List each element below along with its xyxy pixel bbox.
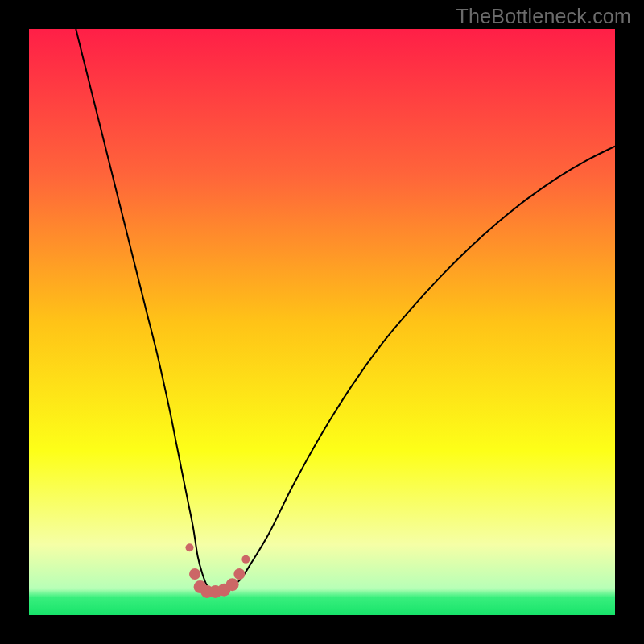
chart-background — [29, 29, 615, 615]
chart-svg — [29, 29, 615, 615]
marker-dot — [189, 568, 200, 580]
marker-dot — [233, 568, 245, 580]
watermark-text: TheBottleneck.com — [456, 5, 631, 28]
chart-frame: TheBottleneck.com — [0, 0, 644, 644]
marker-dot — [185, 543, 193, 551]
marker-dot — [226, 578, 239, 591]
chart-plot-area — [29, 29, 615, 615]
marker-dot — [242, 555, 250, 564]
